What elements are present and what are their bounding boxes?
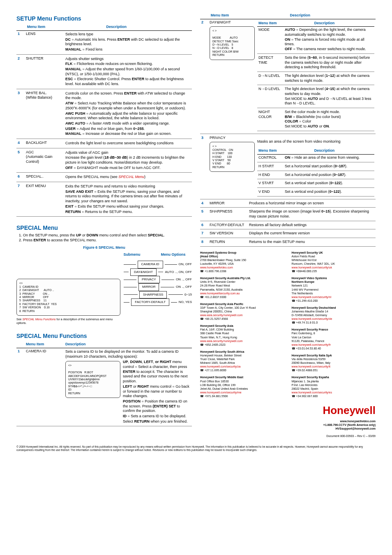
contacts: Honeywell Systems Group(Head Office)2700…	[200, 251, 376, 401]
main-columns: SETUP Menu Functions Menu ItemDescriptio…	[16, 12, 376, 438]
step-2: Press ENTER to access the SPECIAL menu.	[23, 238, 192, 243]
row-desc: Sets a camera ID to be displayed on the …	[64, 348, 192, 426]
submenu-header: Submenu	[124, 252, 141, 257]
options-header: Menu Options	[161, 252, 186, 257]
setup-heading: SETUP Menu Functions	[16, 15, 192, 22]
copyright: © 2009 Honeywell International Inc. All …	[16, 445, 376, 452]
honeywell-logo: Honeywell	[200, 404, 376, 418]
daynight-label: DAY&NIGHT	[210, 20, 231, 24]
th-menu-item: Menu Item	[26, 24, 105, 30]
osd-daynight: < >MODE AUTODETECT TIME 5secD→N LEVEL 5N…	[210, 26, 255, 60]
diagram-note: See SPECIAL Menu Functions for a descrip…	[16, 317, 120, 325]
th-mi-r: Menu Item	[210, 12, 289, 19]
th-mi: Menu Item	[25, 341, 64, 348]
row-item: CAMERA ID	[25, 348, 64, 426]
th-desc: Description	[64, 341, 192, 348]
footer-links: www.honeywellvideo.com +1.800.796.CCTV (…	[200, 419, 376, 438]
step-1: On the SETUP menu, press the UP or DOWN …	[23, 233, 192, 238]
special-funcs-heading: SPECIAL Menu Functions	[16, 332, 192, 340]
osd-special: <>1 CAMERA ID2 DAY&NIGHT AUTO ..3 PRIVAC…	[16, 279, 120, 316]
osd-camera-id: <>POSITION R.BOTABCDEFGHIJKLMNOPQRSTUVWX…	[65, 361, 120, 398]
right-header: Menu ItemDescription	[200, 12, 376, 19]
special-menu-heading: SPECIAL Menu	[16, 224, 192, 231]
th-desc-r: Description	[288, 12, 376, 19]
osd-privacy: < >CONTROL ONH START 100H END 130V START…	[210, 142, 255, 172]
row-num: 1	[16, 348, 25, 426]
special-steps: On the SETUP menu, press the UP or DOWN …	[23, 233, 192, 243]
th-description: Description	[105, 24, 192, 30]
setup-table: Menu ItemDescription	[16, 24, 192, 31]
figure-caption: Figure 6 SPECIAL Menu	[16, 245, 192, 250]
privacy-label: PRIVACY	[210, 136, 226, 140]
special-menu-diagram: <>1 CAMERA ID2 DAY&NIGHT AUTO ..3 PRIVAC…	[16, 252, 192, 325]
specfunc-table: Menu ItemDescription 1 CAMERA ID Sets a …	[16, 341, 192, 425]
left-column: SETUP Menu Functions Menu ItemDescriptio…	[16, 12, 192, 438]
right-column: Menu ItemDescription 2 DAY&NIGHT < >MODE…	[200, 12, 376, 438]
